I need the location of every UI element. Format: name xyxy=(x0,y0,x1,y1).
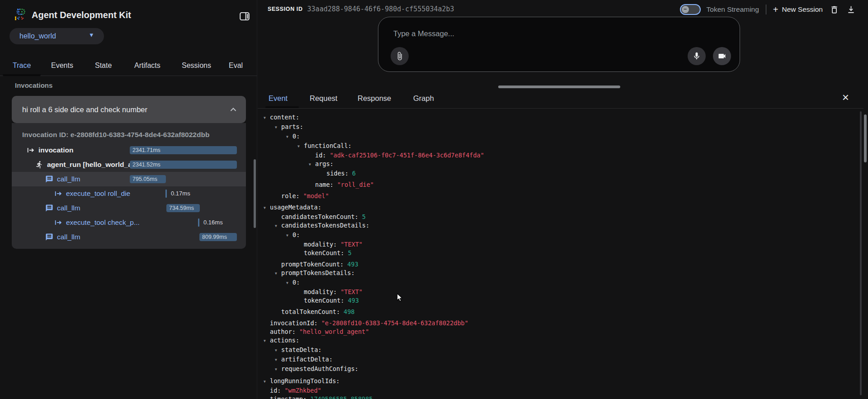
json-tree-line: id"wmZhkbed" xyxy=(264,386,868,395)
detail-tab-request[interactable]: Request xyxy=(310,94,337,103)
json-key: role xyxy=(281,192,300,200)
json-key: 0 xyxy=(292,231,300,239)
agent-select-dropdown[interactable]: hello_world ▾ xyxy=(9,28,104,44)
json-key: content xyxy=(270,113,299,122)
invocations-section-label: Invocations xyxy=(15,81,52,89)
tab-events[interactable]: Events xyxy=(51,62,73,70)
detail-tab-response[interactable]: Response xyxy=(358,94,391,103)
json-tree-line[interactable]: ▼artifactDelta xyxy=(264,355,868,365)
plus-icon: + xyxy=(773,5,778,14)
trace-span-row[interactable]: call_llm795.05ms xyxy=(12,172,246,186)
chevron-up-icon[interactable] xyxy=(229,105,238,114)
trace-span-row[interactable]: execute_tool roll_die0.17ms xyxy=(12,186,246,201)
tab-trace[interactable]: Trace xyxy=(13,62,31,70)
disclosure-triangle-icon[interactable]: ▼ xyxy=(297,142,304,151)
span-duration-bar: 734.59ms xyxy=(166,204,200,212)
microphone-button[interactable] xyxy=(688,47,706,65)
json-tree-line[interactable]: ▼longRunningToolIds xyxy=(264,377,868,386)
json-tree-line[interactable]: ▼0 xyxy=(264,132,868,142)
chevron-down-icon: ▾ xyxy=(90,31,93,39)
json-tree-line[interactable]: ▼content xyxy=(264,113,868,123)
disclosure-triangle-icon[interactable]: ▼ xyxy=(286,133,292,141)
invocation-header[interactable]: hi roll a 6 side dice and check number xyxy=(12,96,246,123)
json-tree-line[interactable]: ▼candidatesTokensDetails xyxy=(264,221,868,231)
json-tree-line[interactable]: ▼args xyxy=(264,160,868,169)
chat-horizontal-scrollbar[interactable] xyxy=(498,86,620,88)
disclosure-triangle-icon[interactable]: ▼ xyxy=(275,365,281,374)
runner-icon xyxy=(35,161,43,169)
disclosure-triangle-icon[interactable]: ▼ xyxy=(264,114,270,122)
json-tree-line[interactable]: ▼functionCall xyxy=(264,142,868,151)
span-duration-bar-zone: 2341.52ms xyxy=(130,157,237,172)
tab-artifacts[interactable]: Artifacts xyxy=(134,62,160,70)
disclosure-triangle-icon[interactable]: ▼ xyxy=(275,346,281,355)
collapse-panel-icon[interactable] xyxy=(239,10,250,22)
span-duration-label: 0.17ms xyxy=(171,190,190,197)
json-tree-line[interactable]: ▼promptTokensDetails xyxy=(264,269,868,278)
detail-tab-graph[interactable]: Graph xyxy=(413,94,434,103)
span-duration-bar-zone: 0.16ms xyxy=(130,215,237,230)
delete-session-button[interactable] xyxy=(829,4,840,15)
json-tree-line: modality"TEXT" xyxy=(264,288,868,296)
new-session-label: New Session xyxy=(782,5,823,14)
trace-span-row[interactable]: call_llm809.99ms xyxy=(12,230,246,244)
video-button[interactable] xyxy=(713,47,731,65)
trace-span-row[interactable]: execute_tool check_p...0.16ms xyxy=(12,215,246,230)
disclosure-triangle-icon[interactable]: ▼ xyxy=(309,160,315,169)
json-tree-line[interactable]: ▼usageMetadata xyxy=(264,203,868,213)
disclosure-triangle-icon[interactable]: ▼ xyxy=(286,231,292,240)
disclosure-triangle-icon[interactable]: ▼ xyxy=(275,356,281,364)
chat-icon xyxy=(45,233,53,241)
disclosure-triangle-icon[interactable]: ▼ xyxy=(275,222,281,230)
json-value: 498 xyxy=(344,308,354,316)
agent-select-value: hello_world xyxy=(19,32,56,40)
disclosure-triangle-icon[interactable]: ▼ xyxy=(264,204,270,212)
disclosure-triangle-icon[interactable]: ▼ xyxy=(275,269,281,278)
nav-tabs: TraceEventsStateArtifactsSessionsEval xyxy=(0,58,257,76)
json-key: args xyxy=(315,160,334,168)
json-value: "roll_die" xyxy=(337,180,374,189)
tab-state[interactable]: State xyxy=(95,62,112,70)
tab-eval[interactable]: Eval xyxy=(229,62,243,70)
toggle-knob-minus-icon: − xyxy=(682,6,689,13)
json-tree-line[interactable]: ▼actions xyxy=(264,336,868,346)
span-duration-label: 0.16ms xyxy=(203,219,223,226)
trace-span-row[interactable]: call_llm734.59ms xyxy=(12,201,246,215)
json-tree-line[interactable]: ▼0 xyxy=(264,278,868,288)
trace-span-row[interactable]: invocation2341.71ms xyxy=(12,143,246,157)
disclosure-triangle-icon[interactable]: ▼ xyxy=(264,377,270,386)
new-session-button[interactable]: + New Session xyxy=(773,5,823,14)
detail-tab-event[interactable]: Event xyxy=(269,94,288,103)
message-input[interactable]: Type a Message... xyxy=(393,29,454,38)
json-key: 0 xyxy=(292,278,300,287)
close-detail-icon[interactable]: × xyxy=(842,90,849,104)
json-tree-line: totalTokenCount498 xyxy=(264,308,868,316)
attach-file-button[interactable] xyxy=(391,47,409,65)
disclosure-triangle-icon[interactable]: ▼ xyxy=(264,337,270,345)
span-duration-bar: 809.99ms xyxy=(199,233,237,241)
span-duration-bar: 2341.52ms xyxy=(130,161,237,169)
json-tree-line: candidatesTokenCount5 xyxy=(264,213,868,221)
json-value: "TEXT" xyxy=(340,288,363,296)
trace-span-row[interactable]: agent_run [hello_world_agent]2341.52ms xyxy=(12,157,246,172)
json-key: promptTokenCount xyxy=(281,260,344,269)
disclosure-triangle-icon[interactable]: ▼ xyxy=(275,123,281,132)
left-panel-scrollbar[interactable] xyxy=(254,159,256,228)
page-scrollbar[interactable] xyxy=(864,114,867,162)
json-tree-line: author"hello_world_agent" xyxy=(264,328,868,336)
chat-icon xyxy=(45,204,53,212)
disclosure-triangle-icon[interactable]: ▼ xyxy=(286,279,292,287)
tab-sessions[interactable]: Sessions xyxy=(182,62,211,70)
token-streaming-toggle[interactable]: − xyxy=(680,4,701,15)
token-streaming-label: Token Streaming xyxy=(707,5,759,14)
json-key: modality xyxy=(304,288,337,296)
adk-web-app: Agent Development Kit hello_world ▾ Trac… xyxy=(0,0,868,399)
json-tree-line[interactable]: ▼requestedAuthConfigs xyxy=(264,365,868,374)
span-duration-bar-zone: 0.17ms xyxy=(130,186,237,201)
detail-scrollbar[interactable] xyxy=(860,111,862,395)
export-session-button[interactable] xyxy=(845,4,856,15)
json-tree-line[interactable]: ▼stateDelta xyxy=(264,346,868,355)
json-tree-line[interactable]: ▼parts xyxy=(264,123,868,132)
json-key: id xyxy=(315,151,326,160)
json-tree-line[interactable]: ▼0 xyxy=(264,231,868,240)
